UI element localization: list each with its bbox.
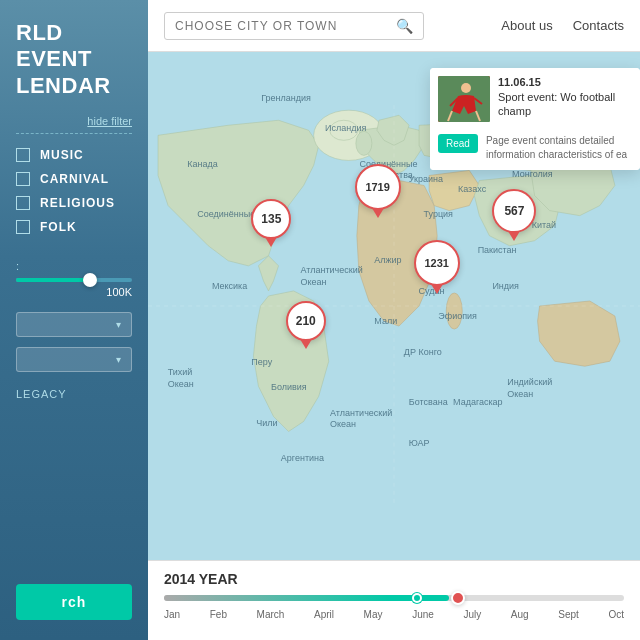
filter-religious[interactable]: RELIGIOUS [16,196,132,210]
checkbox-music[interactable] [16,148,30,162]
timeline: 2014 YEAR Jan Feb March April May June J… [148,560,640,640]
filter-folk[interactable]: FOLK [16,220,132,234]
map-pin-567[interactable]: 567 [492,189,536,241]
filter-music[interactable]: MUSIC [16,148,132,162]
search-icon[interactable]: 🔍 [396,18,413,34]
pin-value-1719: 1719 [355,164,401,210]
search-button[interactable]: rch [16,584,132,620]
month-may: May [364,609,383,620]
map-pin-1231[interactable]: 1231 [414,240,460,294]
popup-image [438,76,490,122]
month-jan: Jan [164,609,180,620]
pin-value-567: 567 [492,189,536,233]
hide-filter-link[interactable]: hide filter [16,115,132,127]
timeline-dot-july[interactable] [451,591,465,605]
svg-point-4 [446,293,462,329]
month-april: April [314,609,334,620]
timeline-fill [164,595,449,601]
map-pin-135[interactable]: 135 [251,199,291,247]
city-search-input[interactable] [175,19,396,33]
checkbox-folk[interactable] [16,220,30,234]
svg-point-2 [330,120,358,140]
popup-title: Sport event: Wo football champ [498,90,632,119]
nav-about-us[interactable]: About us [501,18,552,33]
month-sept: Sept [558,609,579,620]
timeline-months: Jan Feb March April May June July Aug Se… [164,609,624,620]
pin-tail [431,284,443,294]
pin-tail [300,339,312,349]
checkbox-carnival[interactable] [16,172,30,186]
filter-carnival[interactable]: CARNIVAL [16,172,132,186]
timeline-dot-june[interactable] [412,593,422,603]
month-march: March [257,609,285,620]
popup-text: 11.06.15 Sport event: Wo football champ [498,76,632,122]
dropdown-2[interactable]: ▾ [16,347,132,372]
app-title: RLD EVENT LENDAR [16,20,132,99]
legacy-label: LEGACY [16,388,132,400]
budget-slider[interactable] [16,278,132,282]
nav-links: About us Contacts [501,18,624,33]
month-june: June [412,609,434,620]
pin-tail [508,231,520,241]
filter-religious-label: RELIGIOUS [40,196,115,210]
popup-top: 11.06.15 Sport event: Wo football champ [430,68,640,130]
world-map: Гренландия Исландия СоединённыеКоролевст… [148,52,640,560]
pin-value-1231: 1231 [414,240,460,286]
svg-point-8 [461,83,471,93]
sidebar: RLD EVENT LENDAR hide filter MUSIC CARNI… [0,0,148,640]
filter-carnival-label: CARNIVAL [40,172,109,186]
slider-value: 100K [16,286,132,298]
month-feb: Feb [210,609,227,620]
header: 🔍 About us Contacts [148,0,640,52]
map-pin-210[interactable]: 210 [286,301,326,349]
slider-section-label: : [16,260,132,272]
city-search-box[interactable]: 🔍 [164,12,424,40]
read-button[interactable]: Read [438,134,478,153]
event-popup: 11.06.15 Sport event: Wo football champ … [430,68,640,170]
pin-tail [372,208,384,218]
month-july: July [463,609,481,620]
map-pin-1719[interactable]: 1719 [355,164,401,218]
checkbox-religious[interactable] [16,196,30,210]
pin-tail [265,237,277,247]
timeline-year: 2014 YEAR [164,571,624,587]
pin-value-135: 135 [251,199,291,239]
month-aug: Aug [511,609,529,620]
popup-description: Page event contains detailed information… [486,134,632,162]
svg-point-3 [356,131,372,155]
chevron-down-icon: ▾ [116,319,121,330]
chevron-down-icon: ▾ [116,354,121,365]
popup-body: Read Page event contains detailed inform… [430,130,640,170]
month-oct: Oct [608,609,624,620]
filter-folk-label: FOLK [40,220,77,234]
timeline-track[interactable] [164,595,624,601]
main-content: 🔍 About us Contacts [148,0,640,640]
filter-music-label: MUSIC [40,148,84,162]
nav-contacts[interactable]: Contacts [573,18,624,33]
popup-date: 11.06.15 [498,76,632,88]
pin-value-210: 210 [286,301,326,341]
dropdown-1[interactable]: ▾ [16,312,132,337]
